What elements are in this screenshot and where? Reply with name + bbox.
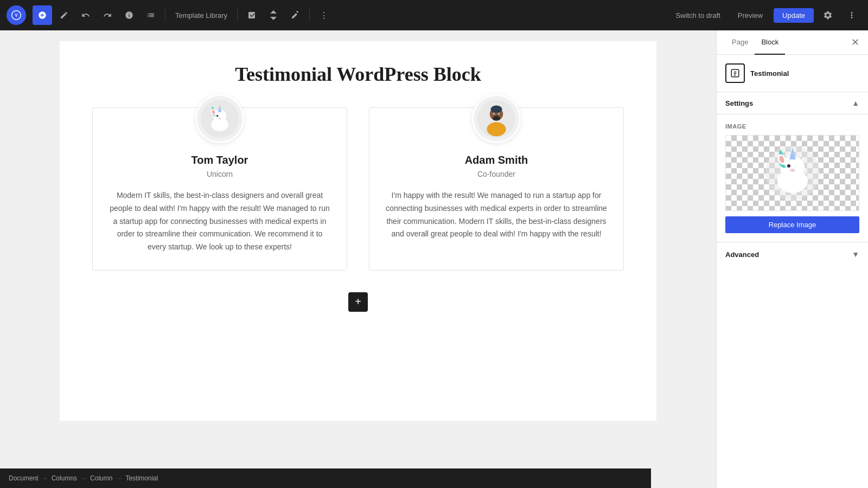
more-options-button[interactable]: ⋮	[314, 5, 334, 25]
block-name: Testimonial	[750, 69, 789, 78]
testimonial-card-2[interactable]: Adam Smith Co-founder I'm happy with the…	[369, 107, 624, 271]
image-label: Image	[725, 123, 859, 130]
up-down-button[interactable]	[264, 5, 283, 25]
breadcrumb-sep-3: →	[116, 474, 122, 482]
settings-label: Settings	[725, 99, 753, 107]
settings-section-header[interactable]: Settings ▲	[717, 92, 868, 114]
svg-point-17	[493, 116, 500, 121]
svg-point-9	[487, 122, 506, 136]
wp-logo[interactable]	[7, 5, 26, 25]
advanced-section: Advanced ▼	[717, 242, 868, 266]
breadcrumb-testimonial[interactable]: Testimonial	[125, 474, 158, 482]
info-button[interactable]	[119, 5, 139, 25]
settings-button[interactable]	[818, 5, 838, 25]
testimonial-name-2: Adam Smith	[465, 154, 528, 166]
switch-draft-button[interactable]: Switch to draft	[669, 8, 726, 23]
template-library-button[interactable]: Template Library	[170, 8, 233, 23]
testimonial-name-1: Tom Taylor	[192, 154, 248, 166]
image-section: Image	[717, 114, 868, 242]
tab-block[interactable]: Block	[755, 30, 785, 55]
breadcrumb-sep-1: →	[42, 474, 48, 482]
advanced-chevron-icon: ▼	[852, 250, 859, 259]
testimonials-grid: Tom Taylor Unicorn Modern IT skills, the…	[92, 107, 624, 271]
toolbar-divider-3	[309, 9, 310, 22]
block-inserter-button[interactable]	[242, 5, 261, 25]
pen-tool-button[interactable]	[285, 5, 305, 25]
breadcrumb-sep-2: →	[80, 474, 87, 482]
undo-button[interactable]	[76, 5, 95, 25]
panel-close-button[interactable]: ✕	[851, 30, 859, 54]
list-view-button[interactable]	[141, 5, 161, 25]
toolbar: Template Library ⋮ Switch to draft Previ…	[0, 0, 868, 30]
panel-tabs: Page Block ✕	[717, 30, 868, 55]
testimonial-text-1: Modern IT skills, the best-in-class desi…	[109, 189, 330, 254]
add-block-button-inline[interactable]: +	[348, 292, 368, 312]
editor-area: Testimonial WordPress Block	[0, 30, 716, 488]
toolbar-divider-1	[165, 9, 165, 22]
svg-point-4	[216, 115, 219, 117]
right-panel: Page Block ✕ Testimonial Settings ▲ Imag…	[716, 30, 868, 488]
replace-image-button[interactable]: Replace Image	[725, 216, 859, 233]
edit-tool-button[interactable]	[54, 5, 74, 25]
breadcrumb-column[interactable]: Column	[90, 474, 112, 482]
image-preview	[725, 135, 859, 211]
svg-point-5	[218, 117, 221, 119]
kebab-menu-button[interactable]	[842, 5, 861, 25]
toolbar-divider-2	[237, 9, 238, 22]
testimonial-card-1[interactable]: Tom Taylor Unicorn Modern IT skills, the…	[92, 107, 347, 271]
add-block-button[interactable]	[33, 5, 52, 25]
breadcrumb: Document → Columns → Column → Testimonia…	[0, 468, 651, 488]
editor-content: Testimonial WordPress Block	[60, 41, 656, 421]
testimonial-role-2: Co-founder	[477, 170, 515, 178]
redo-button[interactable]	[98, 5, 117, 25]
page-title: Testimonial WordPress Block	[92, 63, 624, 86]
update-button[interactable]: Update	[774, 8, 814, 23]
testimonial-avatar-2	[472, 94, 521, 143]
svg-point-15	[499, 113, 500, 114]
panel-block-header: Testimonial	[717, 55, 868, 92]
block-icon	[725, 63, 745, 83]
svg-point-23	[787, 164, 790, 168]
breadcrumb-document[interactable]: Document	[9, 474, 39, 482]
svg-point-11	[491, 106, 502, 113]
preview-button[interactable]: Preview	[731, 8, 769, 23]
testimonial-role-1: Unicorn	[207, 170, 233, 178]
main-area: Testimonial WordPress Block	[0, 30, 868, 488]
tab-page[interactable]: Page	[725, 30, 755, 55]
testimonial-avatar-1	[195, 94, 244, 143]
settings-chevron-icon: ▲	[852, 99, 859, 107]
advanced-label: Advanced	[725, 251, 759, 259]
advanced-section-header[interactable]: Advanced ▼	[717, 242, 868, 266]
testimonial-text-2: I'm happy with the result! We managed to…	[386, 189, 607, 241]
breadcrumb-columns[interactable]: Columns	[52, 474, 77, 482]
svg-point-14	[494, 113, 495, 114]
svg-point-24	[790, 169, 795, 172]
